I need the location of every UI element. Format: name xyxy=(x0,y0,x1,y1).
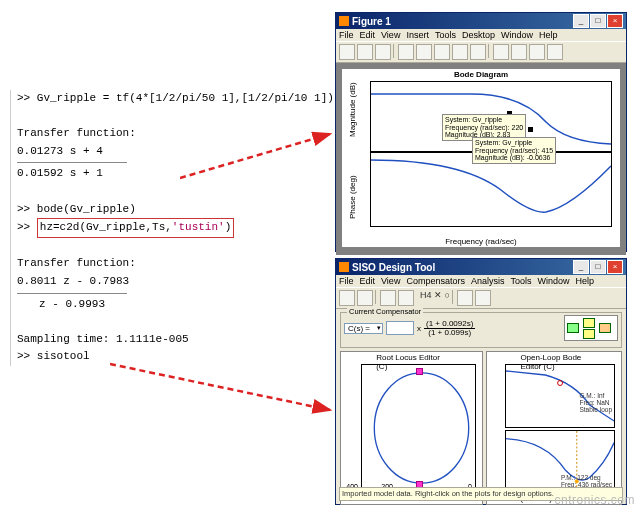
toolbar-button[interactable] xyxy=(398,44,414,60)
y-axis-label: Phase (deg) xyxy=(348,175,357,219)
toolbar xyxy=(336,41,626,63)
panel-title: Current Compensator xyxy=(347,307,423,316)
plot-area: Bode Diagram Magnitude (dB) Phase (deg) … xyxy=(336,63,626,255)
figure-window: Figure 1 _ □ × FileEditViewInsertToolsDe… xyxy=(335,12,627,252)
minimize-button[interactable]: _ xyxy=(573,14,589,28)
toolbar-text: H4 ✕ ○ xyxy=(420,290,450,306)
close-button[interactable]: × xyxy=(607,14,623,28)
toolbar: H4 ✕ ○ xyxy=(336,287,626,309)
menu-item[interactable]: Analysis xyxy=(471,276,505,286)
toolbar-button[interactable] xyxy=(470,44,486,60)
menu-item[interactable]: View xyxy=(381,276,400,286)
maximize-button[interactable]: □ xyxy=(590,14,606,28)
menu-item[interactable]: Insert xyxy=(406,30,429,40)
compensator-select[interactable]: C(s) = xyxy=(344,323,383,334)
maximize-button[interactable]: □ xyxy=(590,260,606,274)
compensator-panel: Current Compensator C(s) = x (1 + 0.0092… xyxy=(340,312,622,348)
console-line: z - 0.9993 xyxy=(17,296,327,314)
matlab-icon xyxy=(339,262,349,272)
toolbar-button[interactable] xyxy=(434,44,450,60)
data-tip: System: Gv_rippleFrequency (rad/sec): 41… xyxy=(472,137,556,164)
toolbar-button[interactable] xyxy=(357,290,373,306)
compensator-equation: (1 + 0.0092s) (1 + 0.099s) xyxy=(424,320,475,337)
toolbar-button[interactable] xyxy=(493,44,509,60)
menubar: FileEditViewCompensatorsAnalysisToolsWin… xyxy=(336,275,626,287)
svg-line-0 xyxy=(180,134,330,178)
fraction-rule xyxy=(17,162,127,163)
arrow-to-sisotool xyxy=(110,360,340,420)
matlab-icon xyxy=(339,16,349,26)
window-title: SISO Design Tool xyxy=(352,262,572,273)
toolbar-button[interactable] xyxy=(511,44,527,60)
arrow-to-figure xyxy=(180,130,340,180)
window-title: Figure 1 xyxy=(352,16,572,27)
console-line: >> hz=c2d(Gv_ripple,Ts,'tustin') xyxy=(17,218,327,238)
titlebar[interactable]: Figure 1 _ □ × xyxy=(336,13,626,29)
toolbar-button[interactable] xyxy=(547,44,563,60)
highlighted-command: hz=c2d(Gv_ripple,Ts,'tustin') xyxy=(37,218,234,238)
toolbar-button[interactable] xyxy=(339,290,355,306)
siso-window: SISO Design Tool _ □ × FileEditViewCompe… xyxy=(335,258,627,505)
pole-marker[interactable] xyxy=(416,368,423,375)
fraction-rule xyxy=(17,293,127,294)
root-locus-plot[interactable]: Root Locus Editor (C) Real Axis -400 -20… xyxy=(340,351,483,505)
menu-item[interactable]: Desktop xyxy=(462,30,495,40)
console-line: Transfer function: xyxy=(17,255,327,273)
menu-item[interactable]: Tools xyxy=(435,30,456,40)
menu-item[interactable]: Window xyxy=(537,276,569,286)
toolbar-button[interactable] xyxy=(475,290,491,306)
minimize-button[interactable]: _ xyxy=(573,260,589,274)
menubar: FileEditViewInsertToolsDesktopWindowHelp xyxy=(336,29,626,41)
menu-item[interactable]: Help xyxy=(575,276,594,286)
menu-item[interactable]: Help xyxy=(539,30,558,40)
menu-item[interactable]: Window xyxy=(501,30,533,40)
multiply-label: x xyxy=(417,324,421,333)
y-axis-label: Magnitude (dB) xyxy=(348,82,357,137)
console-line: >> bode(Gv_ripple) xyxy=(17,201,327,219)
console-line: >> Gv_ripple = tf(4*[1/2/pi/50 1],[1/2/p… xyxy=(17,90,327,108)
close-button[interactable]: × xyxy=(607,260,623,274)
plot-title: Bode Diagram xyxy=(454,70,508,79)
svg-point-3 xyxy=(557,381,562,386)
toolbar-button[interactable] xyxy=(380,290,396,306)
architecture-diagram[interactable] xyxy=(564,315,618,341)
x-axis-label: Frequency (rad/sec) xyxy=(445,237,517,246)
toolbar-button[interactable] xyxy=(416,44,432,60)
toolbar-button[interactable] xyxy=(452,44,468,60)
toolbar-button[interactable] xyxy=(375,44,391,60)
siso-content: Current Compensator C(s) = x (1 + 0.0092… xyxy=(336,309,626,508)
menu-item[interactable]: File xyxy=(339,276,354,286)
menu-item[interactable]: Tools xyxy=(510,276,531,286)
toolbar-button[interactable] xyxy=(457,290,473,306)
console-line: 0.8011 z - 0.7983 xyxy=(17,273,327,291)
gm-annotation: G.M.: InfFreq: NaNStable loop xyxy=(579,393,612,413)
toolbar-button[interactable] xyxy=(398,290,414,306)
bode-editor-plot[interactable]: Open-Loop Bode Editor (C) Frequency (rad… xyxy=(486,351,622,505)
gain-input[interactable] xyxy=(386,321,414,335)
svg-point-2 xyxy=(374,373,468,483)
console-line: Sampling time: 1.1111e-005 xyxy=(17,331,327,349)
toolbar-button[interactable] xyxy=(529,44,545,60)
menu-item[interactable]: File xyxy=(339,30,354,40)
menu-item[interactable]: Compensators xyxy=(406,276,465,286)
bode-plot[interactable]: Bode Diagram Magnitude (dB) Phase (deg) … xyxy=(342,69,620,247)
menu-item[interactable]: View xyxy=(381,30,400,40)
toolbar-button[interactable] xyxy=(357,44,373,60)
menu-item[interactable]: Edit xyxy=(360,276,376,286)
menu-item[interactable]: Edit xyxy=(360,30,376,40)
data-marker[interactable] xyxy=(528,127,533,132)
toolbar-button[interactable] xyxy=(339,44,355,60)
watermark: cntronics.com xyxy=(554,493,635,507)
svg-line-1 xyxy=(110,364,330,410)
titlebar[interactable]: SISO Design Tool _ □ × xyxy=(336,259,626,275)
